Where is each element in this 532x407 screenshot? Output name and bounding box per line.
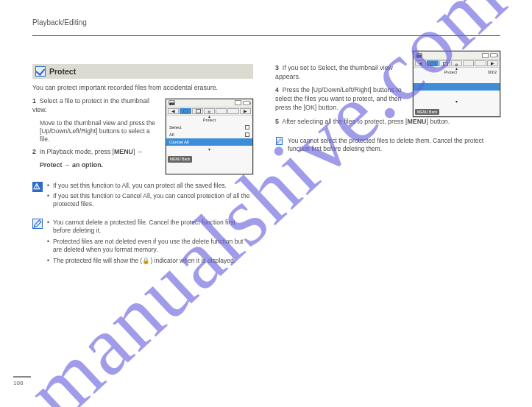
battery-icon: [243, 101, 250, 105]
sd-card-icon: [482, 53, 489, 58]
info-note: You cannot delete a protected file. Canc…: [32, 219, 253, 267]
tab-extra-1: [216, 108, 227, 114]
step-4: 4 Press the [Up/Down/Left/Right] buttons…: [275, 86, 408, 113]
tab-camera: [180, 108, 191, 114]
sd-card-icon: [235, 100, 241, 105]
tab-arrow-left: ◀: [415, 60, 426, 66]
folder-icon: [245, 125, 249, 130]
down-arrow-icon: ▾: [414, 98, 500, 105]
caution-item-1: If you set this function to All, you can…: [47, 182, 253, 190]
note-item-2: Protected files are not deleted even if …: [47, 238, 253, 255]
step-5: 5 After selecting all the files to prote…: [275, 118, 496, 127]
step-1: 1 Select a file to protect in the thumbn…: [32, 97, 160, 115]
page-number: 108: [13, 376, 31, 386]
camera-menu-screenshot-2: 📷 ◀ ▶: [413, 51, 500, 117]
tab-movie: [192, 108, 203, 114]
menu-count: 0002: [488, 70, 500, 75]
tab-extra-2: [227, 108, 238, 114]
section-body: You can protect important recorded files…: [32, 84, 253, 267]
tab-settings: [204, 108, 215, 114]
section-title: Protect: [49, 67, 76, 76]
tab-arrow-left: ◀: [168, 108, 179, 114]
camera-icon: 📷: [169, 100, 175, 105]
menu-back-label-2: MENU Back: [415, 109, 439, 116]
camera-menu-screenshot-1: 📷 ◀ ▶ Protect▴: [166, 99, 253, 174]
info-note-right: You cannot select the protected files to…: [275, 137, 496, 153]
step-3: 3 If you set to Select, the thumbnail vi…: [275, 64, 408, 82]
tab-arrow-right: ▶: [240, 108, 251, 114]
tab-settings: [451, 60, 462, 66]
down-arrow-icon: ▾: [166, 146, 252, 153]
menu-item-select: Select: [166, 124, 252, 131]
page-header: Playback/Editing: [32, 18, 503, 26]
caution-note: If you set this function to All, you can…: [32, 182, 253, 211]
checkmark-icon: [35, 66, 46, 77]
menu-item-all: All: [166, 131, 252, 138]
menu-item-cancel-all: Cancel All: [166, 138, 252, 146]
intro-text: You can protect important recorded files…: [32, 84, 253, 93]
tab-extra-2: [475, 60, 486, 66]
tab-movie: [439, 60, 450, 66]
section-heading-protect: Protect: [32, 64, 253, 79]
step-1-sub: Move to the thumbnail view and press the…: [40, 119, 160, 144]
note-item-3: The protected file will show the (🔒) ind…: [47, 257, 253, 265]
tab-extra-1: [463, 60, 474, 66]
menu-header-text-2: Protect 0002 ▴: [414, 69, 500, 76]
left-column: Protect You can protect important record…: [32, 64, 253, 267]
thumb-row-1: [414, 76, 500, 83]
pencil-icon: [32, 219, 43, 229]
tab-arrow-right: ▶: [487, 60, 498, 66]
header-rule: [32, 35, 500, 36]
caution-icon: [32, 182, 43, 192]
tab-camera: [427, 60, 438, 66]
thumb-row-3: [414, 91, 500, 98]
right-column: 3 If you set to Select, the thumbnail vi…: [275, 64, 496, 267]
pencil-icon: [276, 137, 283, 145]
step-2: 2 In Playback mode, press [MENU] →: [32, 148, 160, 157]
menu-back-label: MENU Back: [168, 156, 192, 163]
thumb-row-2-selected: [414, 83, 500, 91]
note-item-1: You cannot delete a protected file. Canc…: [47, 219, 253, 236]
stack-icon: [245, 132, 249, 137]
caution-item-2: If you set this function to Cancel All, …: [47, 192, 253, 209]
battery-icon: [490, 53, 497, 57]
menu-header-text: Protect▴: [166, 117, 252, 124]
note-right-text: You cannot select the protected files to…: [288, 137, 496, 153]
step-2-cont: Protect → an option.: [40, 161, 160, 170]
camera-icon: 📷: [416, 53, 422, 58]
page-content: Playback/Editing Protect You can protect…: [32, 18, 503, 267]
